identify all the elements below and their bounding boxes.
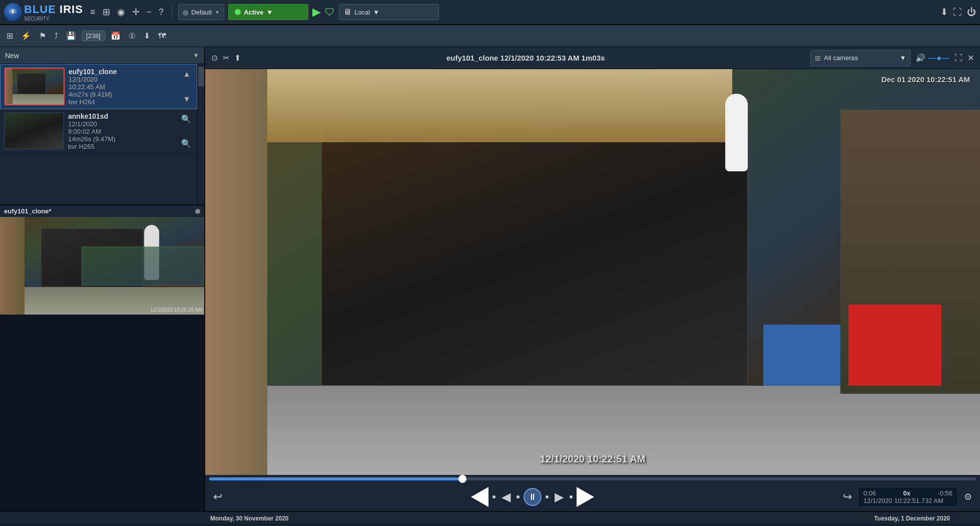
clip-name-1: eufy101_clone bbox=[69, 68, 177, 76]
clip-info-2: annke101sd 12/1/2020 9:00:02 AM 14m26s (… bbox=[68, 112, 175, 150]
fullscreen-icon[interactable]: ⛶ bbox=[953, 7, 962, 18]
clip-date-2: 12/1/2020 bbox=[68, 120, 175, 128]
clip-scrollbar[interactable] bbox=[197, 64, 204, 204]
default-dropdown[interactable]: ◎ Default ▼ bbox=[178, 4, 224, 20]
help-icon[interactable]: ? bbox=[157, 5, 166, 20]
clip-scroll-thumb[interactable] bbox=[198, 67, 204, 87]
second-cam-section: eufy101_clone* 12/1/2020 10:26:19 AM bbox=[0, 204, 204, 511]
scroll-down-icon[interactable]: ▼ bbox=[181, 93, 193, 106]
live-cam-thumb[interactable]: 12/1/2020 10:26:19 AM bbox=[0, 217, 204, 315]
live-cam-status-dot bbox=[195, 209, 200, 214]
timeline-area: Monday, 30 November 2020 Tuesday, 1 Dece… bbox=[0, 511, 980, 526]
save-icon[interactable]: 💾 bbox=[64, 29, 79, 43]
playback-datetime: 12/1/2020 10:22:51.732 AM bbox=[863, 497, 943, 504]
download2-icon[interactable]: ⬇ bbox=[141, 29, 153, 43]
fast-forward-large-icon[interactable] bbox=[577, 487, 594, 507]
clip-name-2: annke101sd bbox=[68, 112, 175, 120]
clip-duration-1: 4m27s (8.41M) bbox=[69, 91, 177, 98]
scrubber-thumb[interactable] bbox=[458, 475, 466, 483]
camera-icon[interactable]: ⊞ bbox=[101, 5, 112, 20]
live-cam-image bbox=[0, 217, 204, 315]
clip-codec-2: bvr H265 bbox=[68, 143, 175, 150]
crop-icon[interactable]: ✂ bbox=[223, 53, 229, 63]
order-icon[interactable]: ① bbox=[126, 29, 138, 43]
playback-speed: 0x bbox=[903, 489, 910, 497]
zoom-timeline-icon[interactable]: ⚙ bbox=[962, 489, 974, 504]
speaker-icon[interactable]: 🔊 bbox=[915, 53, 925, 63]
camera-select[interactable]: ⊞ All cameras ▼ bbox=[810, 50, 910, 66]
clip-info-1: eufy101_clone 12/1/2020 10:22:45 AM 4m27… bbox=[69, 68, 177, 106]
active-status-dot bbox=[235, 9, 241, 15]
chart-icon[interactable]: ~ bbox=[145, 5, 154, 20]
play-icon[interactable]: ▶ bbox=[312, 6, 321, 19]
grid-view-icon[interactable]: ⊞ bbox=[4, 29, 16, 43]
clip-thumb-2 bbox=[4, 112, 64, 150]
camera-select-chevron-icon: ▼ bbox=[899, 54, 906, 62]
clock-icon[interactable]: ◉ bbox=[115, 5, 127, 20]
video-container: Dec 01 2020 10:22:51 AM 12/1/2020 10:22:… bbox=[205, 69, 980, 475]
return-icon[interactable]: ↩ bbox=[211, 488, 224, 505]
clip-duration-2: 14m26s (9.47M) bbox=[68, 135, 175, 143]
default-dropdown-icon: ◎ bbox=[183, 9, 188, 16]
scroll-up-icon[interactable]: ▲ bbox=[181, 68, 193, 81]
share-icon[interactable]: ⬆ bbox=[234, 53, 241, 63]
video-timestamp-top: Dec 01 2020 10:22:51 AM bbox=[881, 75, 970, 84]
clip-date-1: 12/1/2020 bbox=[69, 76, 177, 83]
separator-1 bbox=[172, 5, 172, 20]
video-title: eufy101_clone 12/1/2020 10:22:53 AM 1m03… bbox=[246, 54, 805, 62]
clip-list-container: eufy101_clone 12/1/2020 10:22:45 AM 4m27… bbox=[0, 64, 204, 204]
record-icon[interactable]: ⊙ bbox=[211, 53, 218, 63]
logo-iris: IRIS bbox=[60, 3, 83, 16]
scrubber-fill bbox=[209, 477, 462, 480]
list-icon[interactable]: ≡ bbox=[88, 5, 98, 20]
lightning-icon[interactable]: ⚡ bbox=[19, 29, 34, 43]
download-icon[interactable]: ⬇ bbox=[940, 7, 948, 18]
rewind-large-icon[interactable] bbox=[471, 487, 488, 507]
playback-dot-1 bbox=[493, 495, 496, 498]
list-header[interactable]: New ▼ bbox=[0, 47, 204, 64]
shield-icon[interactable]: 🛡 bbox=[325, 7, 335, 18]
close-video-icon[interactable]: ✕ bbox=[967, 53, 974, 63]
playback-controls: ↩ ◀ ⏸ ▶ ↪ bbox=[205, 483, 980, 511]
power-icon[interactable]: ⏻ bbox=[967, 7, 976, 18]
audio-controls: 🔊 —●— bbox=[915, 53, 949, 63]
next-icon[interactable]: ↪ bbox=[841, 488, 854, 505]
clip-count-badge: [238] bbox=[82, 31, 105, 41]
video-header: ⊙ ✂ ⬆ eufy101_clone 12/1/2020 10:22:53 A… bbox=[205, 47, 980, 69]
step-forward-icon[interactable]: ▶ bbox=[553, 488, 566, 506]
zoom-out-icon[interactable]: 🔍 bbox=[179, 137, 193, 150]
clip-item-1[interactable]: eufy101_clone 12/1/2020 10:22:45 AM 4m27… bbox=[0, 64, 197, 109]
scrubber-area[interactable] bbox=[205, 475, 980, 483]
clip-thumb-image-1 bbox=[6, 69, 64, 104]
step-back-icon[interactable]: ◀ bbox=[500, 488, 513, 506]
clip-time-2: 9:00:02 AM bbox=[68, 128, 175, 135]
live-cam-timestamp: 12/1/2020 10:26:19 AM bbox=[151, 307, 202, 313]
export2-icon[interactable]: ⤴ bbox=[52, 30, 61, 43]
timeline-date-left: Monday, 30 November 2020 bbox=[210, 515, 289, 522]
clip-count: [238] bbox=[86, 32, 101, 40]
calendar-icon[interactable]: 📅 bbox=[108, 29, 123, 43]
logo-security: SECURITY bbox=[24, 16, 83, 22]
top-nav-icons: ≡ ⊞ ◉ ✛ ~ ? bbox=[88, 5, 166, 20]
grid-icon: ⊞ bbox=[815, 54, 821, 62]
pause-button[interactable]: ⏸ bbox=[524, 488, 542, 506]
scrubber-track[interactable] bbox=[209, 477, 976, 480]
default-dropdown-label: Default bbox=[191, 9, 212, 16]
zoom-in-icon[interactable]: 🔍 bbox=[179, 112, 193, 126]
logo-blue: BLUE bbox=[24, 3, 56, 16]
all-cameras-label: All cameras bbox=[824, 54, 858, 62]
time-remaining-label: -0:56 bbox=[937, 489, 952, 497]
active-button[interactable]: Active ▼ bbox=[228, 4, 308, 20]
flag-icon[interactable]: ⚑ bbox=[37, 29, 49, 43]
local-dropdown[interactable]: 🖥 Local ▼ bbox=[339, 4, 439, 20]
clip-time-1: 10:22:45 AM bbox=[69, 83, 177, 91]
clip-item-2[interactable]: annke101sd 12/1/2020 9:00:02 AM 14m26s (… bbox=[0, 109, 197, 154]
map-icon[interactable]: 🗺 bbox=[156, 30, 169, 43]
fullscreen-video-icon[interactable]: ⛶ bbox=[954, 54, 962, 63]
move-icon[interactable]: ✛ bbox=[130, 5, 142, 20]
local-label: Local bbox=[354, 9, 370, 16]
active-label: Active bbox=[244, 9, 263, 16]
second-cam-header: eufy101_clone* bbox=[0, 205, 204, 217]
audio-slider[interactable]: —●— bbox=[928, 54, 949, 63]
main-layout: New ▼ bbox=[0, 47, 980, 511]
